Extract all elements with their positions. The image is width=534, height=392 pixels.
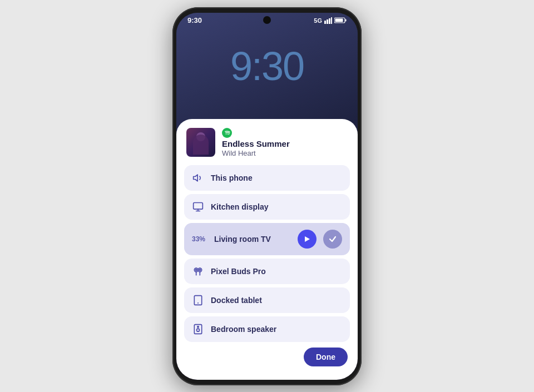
svg-marker-8 [194,175,198,181]
svg-rect-9 [194,202,203,209]
status-time: 9:30 [187,16,202,24]
svg-rect-1 [327,19,328,24]
device-item-docked-tablet[interactable]: Docked tablet [184,287,350,313]
svg-point-7 [222,128,232,138]
device-name-living-room-tv: Living room TV [214,235,291,244]
track-art [186,128,215,157]
svg-marker-12 [305,236,310,242]
svg-point-21 [197,326,199,328]
device-item-living-room-tv[interactable]: 33% Living room TV [184,223,350,255]
signal-label: 5G [314,17,322,24]
svg-rect-6 [335,19,343,22]
svg-rect-5 [345,19,347,22]
device-name-this-phone: This phone [211,173,342,182]
track-title: Endless Summer [222,139,348,149]
track-artist: Wild Heart [222,149,348,157]
svg-point-15 [195,269,197,271]
device-name-docked-tablet: Docked tablet [211,296,342,305]
device-item-kitchen-display[interactable]: Kitchen display [184,194,350,220]
done-row: Done [184,348,350,366]
device-item-bedroom-speaker[interactable]: Bedroom speaker [184,316,350,342]
track-art-figure [193,135,209,155]
status-icons: 5G [314,17,347,24]
svg-point-20 [197,329,200,331]
svg-point-16 [199,269,201,271]
device-name-kitchen-display: Kitchen display [211,202,342,211]
device-item-this-phone[interactable]: This phone [184,165,350,191]
phone-screen: 9:30 9:30 5G [176,13,358,380]
bottom-sheet: Endless Summer Wild Heart This phone [176,119,358,380]
phone-frame: 9:30 9:30 5G [172,7,362,385]
device-name-bedroom-speaker: Bedroom speaker [211,325,342,334]
speaker-icon [192,172,204,184]
device-item-pixel-buds[interactable]: Pixel Buds Pro [184,259,350,284]
buds-icon [192,265,204,277]
monitor-icon [192,201,204,213]
track-info: Endless Summer Wild Heart [222,128,348,157]
wallpaper-clock: 9:30 [176,43,358,89]
check-icon [329,235,337,243]
camera-notch [263,16,271,24]
svg-rect-3 [331,17,332,24]
play-icon [303,235,311,243]
spotify-icon [222,128,232,138]
track-header: Endless Summer Wild Heart [184,128,350,157]
battery-icon [334,17,347,23]
svg-rect-0 [324,21,326,24]
volume-percent: 33% [192,235,205,243]
speaker-box-icon [192,323,204,335]
check-button[interactable] [323,230,342,249]
play-button[interactable] [298,230,317,249]
done-button[interactable]: Done [304,348,348,366]
tablet-icon [192,294,204,306]
svg-rect-2 [329,18,330,24]
device-name-pixel-buds: Pixel Buds Pro [211,267,342,276]
signal-bars-icon [324,17,332,24]
device-list: This phone Kitchen display 33% [184,165,350,342]
